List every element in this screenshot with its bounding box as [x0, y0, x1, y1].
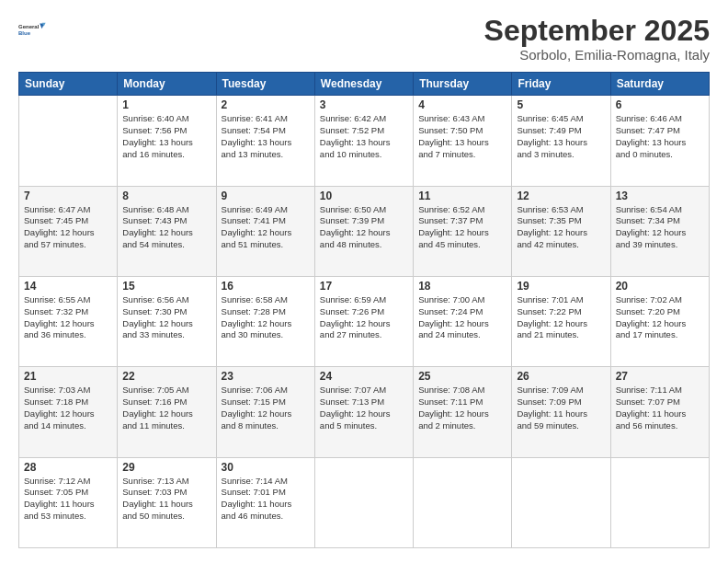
day-number: 7 — [24, 190, 112, 202]
col-wednesday: Wednesday — [314, 73, 413, 96]
calendar-cell: 4Sunrise: 6:43 AM Sunset: 7:50 PM Daylig… — [414, 96, 512, 186]
day-info: Sunrise: 7:05 AM Sunset: 7:16 PM Dayligh… — [122, 385, 210, 431]
day-number: 21 — [24, 370, 112, 383]
calendar-cell — [19, 96, 118, 186]
day-number: 22 — [122, 370, 210, 383]
title-block: September 2025 Sorbolo, Emilia-Romagna, … — [484, 15, 710, 63]
day-info: Sunrise: 6:46 AM Sunset: 7:47 PM Dayligh… — [616, 113, 704, 160]
week-row-3: 21Sunrise: 7:03 AM Sunset: 7:18 PM Dayli… — [19, 367, 710, 457]
day-info: Sunrise: 7:00 AM Sunset: 7:24 PM Dayligh… — [418, 294, 506, 341]
calendar-cell: 6Sunrise: 6:46 AM Sunset: 7:47 PM Daylig… — [610, 96, 709, 186]
calendar-cell: 5Sunrise: 6:45 AM Sunset: 7:49 PM Daylig… — [512, 96, 610, 186]
calendar-cell: 19Sunrise: 7:01 AM Sunset: 7:22 PM Dayli… — [512, 276, 610, 366]
day-info: Sunrise: 6:43 AM Sunset: 7:50 PM Dayligh… — [418, 113, 506, 160]
calendar-cell: 26Sunrise: 7:09 AM Sunset: 7:09 PM Dayli… — [512, 367, 610, 457]
day-info: Sunrise: 6:45 AM Sunset: 7:49 PM Dayligh… — [517, 113, 605, 160]
day-info: Sunrise: 7:02 AM Sunset: 7:20 PM Dayligh… — [616, 294, 704, 341]
day-info: Sunrise: 6:58 AM Sunset: 7:28 PM Dayligh… — [222, 294, 310, 341]
calendar-cell: 30Sunrise: 7:14 AM Sunset: 7:01 PM Dayli… — [216, 457, 314, 547]
day-number: 10 — [320, 190, 408, 202]
day-info: Sunrise: 6:49 AM Sunset: 7:41 PM Dayligh… — [222, 204, 310, 251]
day-number: 4 — [418, 98, 506, 111]
day-number: 29 — [122, 461, 210, 474]
day-info: Sunrise: 7:13 AM Sunset: 7:03 PM Dayligh… — [122, 476, 210, 523]
calendar-cell: 11Sunrise: 6:52 AM Sunset: 7:37 PM Dayli… — [414, 186, 512, 276]
logo: GeneralBlue — [18, 15, 48, 44]
calendar-cell: 12Sunrise: 6:53 AM Sunset: 7:35 PM Dayli… — [512, 186, 610, 276]
calendar-cell: 28Sunrise: 7:12 AM Sunset: 7:05 PM Dayli… — [19, 457, 118, 547]
day-info: Sunrise: 7:12 AM Sunset: 7:05 PM Dayligh… — [24, 476, 112, 523]
day-number: 6 — [616, 98, 704, 111]
calendar-cell: 20Sunrise: 7:02 AM Sunset: 7:20 PM Dayli… — [610, 276, 709, 366]
calendar-cell: 22Sunrise: 7:05 AM Sunset: 7:16 PM Dayli… — [118, 367, 216, 457]
day-number: 9 — [222, 190, 310, 202]
day-number: 3 — [320, 98, 408, 111]
day-info: Sunrise: 6:40 AM Sunset: 7:56 PM Dayligh… — [122, 113, 210, 160]
calendar-cell — [414, 457, 512, 547]
day-number: 13 — [616, 190, 704, 202]
day-info: Sunrise: 6:47 AM Sunset: 7:45 PM Dayligh… — [24, 204, 112, 251]
day-info: Sunrise: 6:50 AM Sunset: 7:39 PM Dayligh… — [320, 204, 408, 251]
day-number: 26 — [517, 370, 605, 383]
calendar-cell: 16Sunrise: 6:58 AM Sunset: 7:28 PM Dayli… — [216, 276, 314, 366]
day-number: 17 — [320, 280, 408, 293]
col-sunday: Sunday — [19, 73, 118, 96]
header-row: Sunday Monday Tuesday Wednesday Thursday… — [19, 73, 710, 96]
calendar-table: Sunday Monday Tuesday Wednesday Thursday… — [18, 72, 710, 548]
day-info: Sunrise: 7:01 AM Sunset: 7:22 PM Dayligh… — [517, 294, 605, 341]
day-number: 8 — [122, 190, 210, 202]
day-number: 1 — [122, 98, 210, 111]
day-info: Sunrise: 7:14 AM Sunset: 7:01 PM Dayligh… — [222, 476, 310, 523]
svg-text:Blue: Blue — [18, 30, 31, 36]
day-number: 2 — [222, 98, 310, 111]
week-row-2: 14Sunrise: 6:55 AM Sunset: 7:32 PM Dayli… — [19, 276, 710, 366]
header: GeneralBlue September 2025 Sorbolo, Emil… — [18, 15, 710, 63]
day-number: 20 — [616, 280, 704, 293]
day-info: Sunrise: 6:52 AM Sunset: 7:37 PM Dayligh… — [418, 204, 506, 251]
day-info: Sunrise: 7:06 AM Sunset: 7:15 PM Dayligh… — [222, 385, 310, 431]
page: GeneralBlue September 2025 Sorbolo, Emil… — [0, 0, 728, 563]
day-number: 19 — [517, 280, 605, 293]
col-tuesday: Tuesday — [216, 73, 314, 96]
calendar-cell: 21Sunrise: 7:03 AM Sunset: 7:18 PM Dayli… — [19, 367, 118, 457]
day-info: Sunrise: 7:07 AM Sunset: 7:13 PM Dayligh… — [320, 385, 408, 431]
day-number: 28 — [24, 461, 112, 474]
day-info: Sunrise: 6:53 AM Sunset: 7:35 PM Dayligh… — [517, 204, 605, 251]
week-row-0: 1Sunrise: 6:40 AM Sunset: 7:56 PM Daylig… — [19, 96, 710, 186]
day-info: Sunrise: 6:48 AM Sunset: 7:43 PM Dayligh… — [122, 204, 210, 251]
day-info: Sunrise: 6:41 AM Sunset: 7:54 PM Dayligh… — [222, 113, 310, 160]
col-friday: Friday — [512, 73, 610, 96]
calendar-cell: 9Sunrise: 6:49 AM Sunset: 7:41 PM Daylig… — [216, 186, 314, 276]
calendar-cell: 7Sunrise: 6:47 AM Sunset: 7:45 PM Daylig… — [19, 186, 118, 276]
calendar-cell: 15Sunrise: 6:56 AM Sunset: 7:30 PM Dayli… — [118, 276, 216, 366]
day-number: 11 — [418, 190, 506, 202]
day-number: 16 — [222, 280, 310, 293]
calendar-cell: 17Sunrise: 6:59 AM Sunset: 7:26 PM Dayli… — [314, 276, 413, 366]
day-info: Sunrise: 7:08 AM Sunset: 7:11 PM Dayligh… — [418, 385, 506, 431]
day-number: 18 — [418, 280, 506, 293]
calendar-cell: 18Sunrise: 7:00 AM Sunset: 7:24 PM Dayli… — [414, 276, 512, 366]
week-row-4: 28Sunrise: 7:12 AM Sunset: 7:05 PM Dayli… — [19, 457, 710, 547]
calendar-cell: 14Sunrise: 6:55 AM Sunset: 7:32 PM Dayli… — [19, 276, 118, 366]
calendar-cell: 27Sunrise: 7:11 AM Sunset: 7:07 PM Dayli… — [610, 367, 709, 457]
logo-icon: GeneralBlue — [18, 15, 48, 44]
day-number: 15 — [122, 280, 210, 293]
calendar-cell: 25Sunrise: 7:08 AM Sunset: 7:11 PM Dayli… — [414, 367, 512, 457]
day-info: Sunrise: 7:09 AM Sunset: 7:09 PM Dayligh… — [517, 385, 605, 431]
calendar-cell: 13Sunrise: 6:54 AM Sunset: 7:34 PM Dayli… — [610, 186, 709, 276]
day-info: Sunrise: 6:42 AM Sunset: 7:52 PM Dayligh… — [320, 113, 408, 160]
calendar-cell: 24Sunrise: 7:07 AM Sunset: 7:13 PM Dayli… — [314, 367, 413, 457]
svg-text:General: General — [18, 24, 40, 29]
day-info: Sunrise: 7:03 AM Sunset: 7:18 PM Dayligh… — [24, 385, 112, 431]
week-row-1: 7Sunrise: 6:47 AM Sunset: 7:45 PM Daylig… — [19, 186, 710, 276]
calendar-cell: 29Sunrise: 7:13 AM Sunset: 7:03 PM Dayli… — [118, 457, 216, 547]
calendar-cell — [610, 457, 709, 547]
calendar-cell — [512, 457, 610, 547]
day-number: 25 — [418, 370, 506, 383]
day-info: Sunrise: 6:59 AM Sunset: 7:26 PM Dayligh… — [320, 294, 408, 341]
day-info: Sunrise: 6:55 AM Sunset: 7:32 PM Dayligh… — [24, 294, 112, 341]
col-thursday: Thursday — [414, 73, 512, 96]
day-info: Sunrise: 6:56 AM Sunset: 7:30 PM Dayligh… — [122, 294, 210, 341]
calendar-cell: 8Sunrise: 6:48 AM Sunset: 7:43 PM Daylig… — [118, 186, 216, 276]
calendar-cell: 1Sunrise: 6:40 AM Sunset: 7:56 PM Daylig… — [118, 96, 216, 186]
